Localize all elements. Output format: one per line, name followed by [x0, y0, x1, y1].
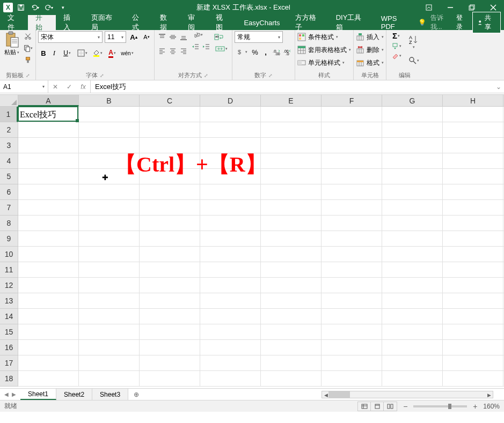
cell-B2[interactable]	[79, 122, 140, 138]
cell-F16[interactable]	[322, 340, 382, 355]
font-color-button[interactable]: A▾	[105, 49, 120, 58]
cell-E7[interactable]	[261, 200, 322, 216]
phonetic-button[interactable]: wén▾	[120, 50, 135, 56]
row-header-4[interactable]: 4	[0, 153, 18, 169]
cell-A13[interactable]	[18, 293, 79, 309]
cell-H10[interactable]	[443, 247, 503, 262]
cell-B10[interactable]	[79, 247, 140, 262]
cell-C10[interactable]	[140, 247, 200, 262]
conditional-format-button[interactable]: 条件格式▾	[297, 31, 338, 43]
italic-button[interactable]: I	[49, 47, 60, 59]
tab-home[interactable]: 开始	[28, 15, 56, 30]
cell-C11[interactable]	[140, 262, 200, 278]
decrease-decimal-button[interactable]: .00.0	[282, 46, 293, 58]
tab-data[interactable]: 数据	[152, 15, 180, 30]
align-right-button[interactable]	[178, 45, 189, 57]
sheet-tab-3[interactable]: Sheet3	[92, 389, 128, 400]
cell-E4[interactable]	[261, 153, 322, 169]
cell-G9[interactable]	[382, 231, 443, 247]
cell-B9[interactable]	[79, 231, 140, 247]
cell-B18[interactable]	[79, 371, 140, 387]
cell-C7[interactable]	[140, 200, 200, 216]
col-header-C[interactable]: C	[140, 95, 200, 106]
align-left-button[interactable]	[157, 45, 167, 57]
cell-A2[interactable]	[18, 122, 79, 138]
cell-B16[interactable]	[79, 340, 140, 355]
cell-B14[interactable]	[79, 309, 140, 324]
cell-G17[interactable]	[382, 355, 443, 371]
cell-F6[interactable]	[322, 184, 382, 200]
cell-C9[interactable]	[140, 231, 200, 247]
cell-E9[interactable]	[261, 231, 322, 247]
cell-H8[interactable]	[443, 216, 503, 231]
cell-H13[interactable]	[443, 293, 503, 309]
cell-F4[interactable]	[322, 153, 382, 169]
cell-A18[interactable]	[18, 371, 79, 387]
cell-C8[interactable]	[140, 216, 200, 231]
row-header-5[interactable]: 5	[0, 169, 18, 184]
cell-E15[interactable]	[261, 324, 322, 340]
cell-A4[interactable]	[18, 153, 79, 169]
cell-A12[interactable]	[18, 278, 79, 293]
shrink-font-button[interactable]: A▾	[141, 31, 152, 43]
col-header-G[interactable]: G	[382, 95, 443, 106]
paste-button[interactable]: 粘贴▾	[2, 31, 21, 56]
cell-H9[interactable]	[443, 231, 503, 247]
tab-layout[interactable]: 页面布局	[84, 15, 125, 30]
cell-G5[interactable]	[382, 169, 443, 184]
cell-H11[interactable]	[443, 262, 503, 278]
col-header-B[interactable]: B	[79, 95, 140, 106]
border-button[interactable]: ▾	[75, 49, 90, 57]
copy-button[interactable]: ▾	[23, 43, 33, 54]
cell-D14[interactable]	[200, 309, 261, 324]
align-center-button[interactable]	[167, 45, 178, 57]
row-header-13[interactable]: 13	[0, 293, 18, 309]
accounting-button[interactable]: $▾	[235, 46, 250, 58]
cell-D18[interactable]	[200, 371, 261, 387]
qat-redo[interactable]: ▾	[43, 2, 55, 13]
row-header-10[interactable]: 10	[0, 247, 18, 262]
row-header-15[interactable]: 15	[0, 324, 18, 340]
cell-D7[interactable]	[200, 200, 261, 216]
orientation-button[interactable]: ab▾	[190, 31, 205, 39]
cell-G6[interactable]	[382, 184, 443, 200]
horizontal-scrollbar[interactable]: ◀ ▶	[144, 389, 504, 400]
row-header-12[interactable]: 12	[0, 278, 18, 293]
cell-E6[interactable]	[261, 184, 322, 200]
cell-H7[interactable]	[443, 200, 503, 216]
tab-formulas[interactable]: 公式	[125, 15, 152, 30]
cell-F3[interactable]	[322, 138, 382, 153]
cell-A3[interactable]	[18, 138, 79, 153]
sort-filter-button[interactable]: AZ▾	[407, 31, 421, 53]
page-layout-view-button[interactable]	[371, 402, 384, 411]
share-button[interactable]: 共享	[472, 12, 501, 33]
font-size-combo[interactable]: 11▾	[105, 31, 126, 43]
number-launcher[interactable]: ⤢	[268, 73, 273, 78]
cell-H18[interactable]	[443, 371, 503, 387]
cell-C18[interactable]	[140, 371, 200, 387]
cell-G1[interactable]	[382, 107, 443, 122]
cell-G13[interactable]	[382, 293, 443, 309]
cell-G3[interactable]	[382, 138, 443, 153]
cell-A8[interactable]	[18, 216, 79, 231]
cell-A1[interactable]: Excel技巧	[18, 107, 79, 122]
fx-button[interactable]: fx	[76, 80, 90, 93]
cell-E10[interactable]	[261, 247, 322, 262]
cell-F12[interactable]	[322, 278, 382, 293]
cell-G2[interactable]	[382, 122, 443, 138]
cell-C12[interactable]	[140, 278, 200, 293]
cell-H16[interactable]	[443, 340, 503, 355]
cell-D13[interactable]	[200, 293, 261, 309]
cell-D2[interactable]	[200, 122, 261, 138]
cell-G14[interactable]	[382, 309, 443, 324]
cell-F8[interactable]	[322, 216, 382, 231]
qat-save[interactable]	[15, 2, 27, 13]
format-painter-button[interactable]	[23, 55, 33, 65]
cell-B1[interactable]	[79, 107, 140, 122]
name-box[interactable]: ▾	[0, 80, 48, 93]
cell-H3[interactable]	[443, 138, 503, 153]
cell-D8[interactable]	[200, 216, 261, 231]
tab-review[interactable]: 审阅	[180, 15, 208, 30]
tab-view[interactable]: 视图	[208, 15, 236, 30]
cell-D12[interactable]	[200, 278, 261, 293]
